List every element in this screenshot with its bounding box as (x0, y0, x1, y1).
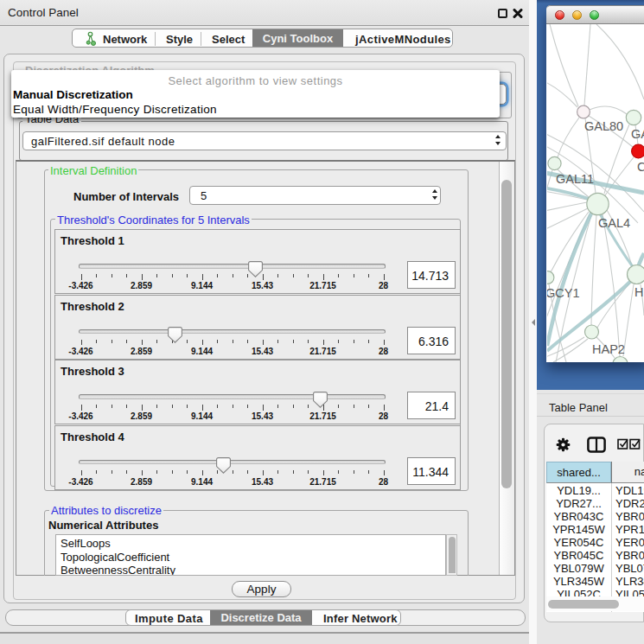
svg-text:CD: CD (637, 160, 644, 174)
svg-text:GAL4: GAL4 (598, 216, 630, 230)
svg-text:GAL80: GAL80 (584, 119, 623, 133)
svg-text:GAL: GAL (631, 127, 644, 141)
svg-text:GAL11: GAL11 (556, 172, 594, 186)
svg-text:HI: HI (634, 285, 644, 299)
svg-text:GCY1: GCY1 (547, 286, 580, 300)
svg-text:HAP2: HAP2 (592, 342, 625, 356)
